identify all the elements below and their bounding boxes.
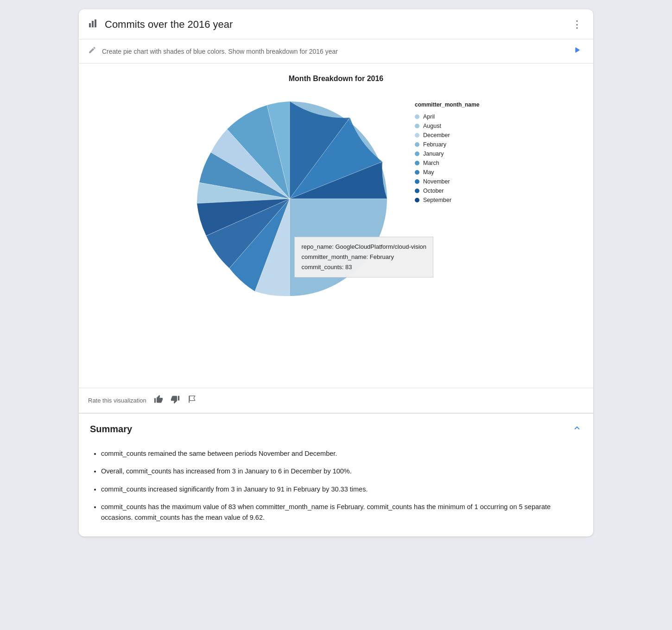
svg-rect-0 [89, 23, 91, 27]
legend-item-december: December [415, 132, 489, 139]
summary-title: Summary [90, 424, 132, 435]
legend-item-april: April [415, 113, 489, 120]
legend-color-february [415, 142, 419, 147]
rating-bar: Rate this visualization [79, 388, 593, 413]
legend-label-september: September [423, 197, 451, 203]
summary-item-4: commit_counts has the maximum value of 8… [101, 502, 582, 523]
legend-item-may: May [415, 169, 489, 176]
card-header: Commits over the 2016 year ⋮ [79, 9, 593, 39]
legend-label-february: February [423, 141, 446, 148]
svg-rect-1 [92, 21, 94, 27]
legend-item-february: February [415, 141, 489, 148]
legend-item-march: March [415, 160, 489, 166]
legend-color-september [415, 198, 419, 202]
legend-label-december: December [423, 132, 450, 139]
main-card: Commits over the 2016 year ⋮ Create pie … [79, 9, 593, 536]
legend-item-august: August [415, 123, 489, 129]
summary-item-1: commit_counts remained the same between … [101, 448, 582, 459]
legend-label-november: November [423, 178, 450, 185]
chart-container: repo_name: GoogleCloudPlatform/cloud-vis… [88, 92, 584, 305]
legend-label-march: March [423, 160, 439, 166]
legend-label-august: August [423, 123, 441, 129]
summary-list: commit_counts remained the same between … [90, 448, 582, 523]
prompt-text: Create pie chart with shades of blue col… [102, 48, 338, 55]
legend-label-april: April [423, 113, 435, 120]
legend-color-december [415, 133, 419, 138]
summary-item-2: Overall, commit_counts has increased fro… [101, 466, 582, 476]
flag-icon[interactable] [187, 395, 197, 406]
legend-color-november [415, 179, 419, 184]
chevron-up-icon[interactable] [572, 423, 582, 435]
page-title: Commits over the 2016 year [105, 19, 233, 31]
summary-item-3: commit_counts increased significantly fr… [101, 484, 582, 494]
svg-rect-2 [95, 19, 96, 27]
pie-chart[interactable]: repo_name: GoogleCloudPlatform/cloud-vis… [183, 92, 396, 305]
more-options-icon[interactable]: ⋮ [572, 19, 582, 31]
legend-color-may [415, 170, 419, 175]
chart-title: Month Breakdown for 2016 [88, 75, 584, 83]
legend-item-october: October [415, 188, 489, 194]
bar-chart-icon [88, 18, 99, 32]
legend-item-january: January [415, 151, 489, 157]
legend-color-october [415, 189, 419, 193]
prompt-left: Create pie chart with shades of blue col… [88, 46, 338, 57]
rating-label: Rate this visualization [88, 397, 146, 404]
summary-body: commit_counts remained the same between … [79, 444, 593, 536]
prompt-bar: Create pie chart with shades of blue col… [79, 39, 593, 63]
legend-color-august [415, 124, 419, 128]
legend-color-march [415, 161, 419, 165]
send-icon[interactable] [572, 45, 582, 57]
edit-icon [88, 46, 96, 57]
legend-color-april [415, 114, 419, 119]
legend-label-may: May [423, 169, 434, 176]
chart-legend: committer_month_name April August Decemb… [415, 92, 489, 203]
legend-color-january [415, 151, 419, 156]
thumbs-down-icon[interactable] [171, 395, 180, 406]
legend-item-november: November [415, 178, 489, 185]
header-left: Commits over the 2016 year [88, 18, 233, 32]
legend-label-january: January [423, 151, 444, 157]
summary-header[interactable]: Summary [79, 414, 593, 444]
legend-label-october: October [423, 188, 444, 194]
legend-item-september: September [415, 197, 489, 203]
legend-title: committer_month_name [415, 101, 489, 108]
summary-section: Summary commit_counts remained the same … [79, 413, 593, 536]
chart-area: Month Breakdown for 2016 [79, 63, 593, 388]
thumbs-up-icon[interactable] [154, 395, 163, 406]
